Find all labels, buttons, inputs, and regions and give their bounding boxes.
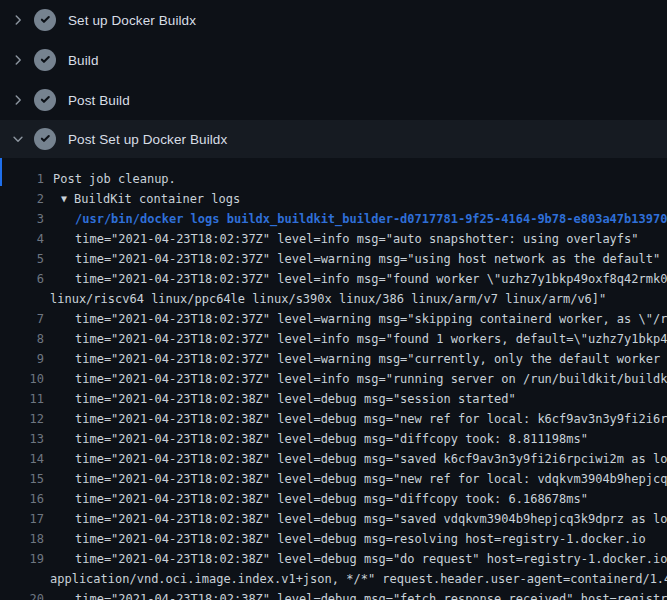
check-circle-icon [34,9,56,31]
log-line: 3 /usr/bin/docker logs buildx_buildkit_b… [0,209,667,229]
step-header-post-set-up-docker-buildx[interactable]: Post Set up Docker Buildx [0,120,667,158]
log-line: 7 time="2021-04-23T18:02:37Z" level=warn… [0,309,667,329]
log-line: 6 time="2021-04-23T18:02:37Z" level=info… [0,269,667,289]
log-line: 11 time="2021-04-23T18:02:38Z" level=deb… [0,389,667,409]
log-indent [44,329,75,330]
log-indent [44,409,75,410]
check-circle-icon [34,128,56,150]
log-line: 17 time="2021-04-23T18:02:38Z" level=deb… [0,509,667,529]
step-label: Build [68,53,99,68]
log-line: 15 time="2021-04-23T18:02:38Z" level=deb… [0,469,667,489]
log-line-text: time="2021-04-23T18:02:37Z" level=warnin… [75,249,667,269]
log-line: 13 time="2021-04-23T18:02:38Z" level=deb… [0,429,667,449]
log-line-number[interactable] [0,569,44,589]
log-line-number[interactable]: 11 [0,389,44,409]
step-list: Set up Docker Buildx Build Post Build [0,0,667,158]
log-indent [44,449,75,450]
log-indent [44,489,75,490]
log-line-number[interactable]: 5 [0,249,44,269]
log-line-text: application/vnd.oci.image.index.v1+json,… [50,569,667,589]
log-line-number[interactable]: 1 [0,169,44,189]
workflow-logs-panel: Set up Docker Buildx Build Post Build [0,0,667,600]
log-indent [44,349,75,350]
log-indent [44,309,75,310]
log-line: 10 time="2021-04-23T18:02:37Z" level=inf… [0,369,667,389]
log-line: application/vnd.oci.image.index.v1+json,… [0,569,667,589]
chevron-down-icon[interactable] [10,131,26,147]
step-label: Post Build [68,93,130,108]
log-line-text: /usr/bin/docker logs buildx_buildkit_bui… [75,209,667,229]
log-area: 1 Post job cleanup. 2 ▼ BuildKit contain… [0,158,667,600]
log-indent [44,209,75,210]
log-line: 14 time="2021-04-23T18:02:38Z" level=deb… [0,449,667,469]
log-line-text: Post job cleanup. [53,169,667,189]
group-toggle-icon[interactable]: ▼ [61,189,67,209]
log-line-text: time="2021-04-23T18:02:38Z" level=debug … [75,429,667,449]
log-line: 5 time="2021-04-23T18:02:37Z" level=warn… [0,249,667,269]
log-line-number[interactable]: 8 [0,329,44,349]
log-line: 2 ▼ BuildKit container logs [0,189,667,209]
log-line: 4 time="2021-04-23T18:02:37Z" level=info… [0,229,667,249]
log-indent [44,529,75,530]
log-line-number[interactable] [0,289,44,309]
log-line-number[interactable]: 15 [0,469,44,489]
log-line-text: time="2021-04-23T18:02:38Z" level=debug … [75,489,667,509]
log-line: 8 time="2021-04-23T18:02:37Z" level=info… [0,329,667,349]
log-line-text: time="2021-04-23T18:02:38Z" level=debug … [75,469,667,489]
log-line: 16 time="2021-04-23T18:02:38Z" level=deb… [0,489,667,509]
log-indent [44,469,75,470]
log-line-number[interactable]: 19 [0,549,44,569]
log-line-number[interactable]: 9 [0,349,44,369]
log-line-number[interactable]: 3 [0,209,44,229]
log-line-number[interactable]: 13 [0,429,44,449]
log-line-number[interactable]: 14 [0,449,44,469]
log-line-text: BuildKit container logs [74,189,667,209]
chevron-right-icon[interactable] [10,52,26,68]
log-line-text: time="2021-04-23T18:02:38Z" level=debug … [75,409,667,429]
step-header-build[interactable]: Build [0,40,667,80]
log-indent [44,389,75,390]
step-label: Set up Docker Buildx [68,13,196,28]
log-line-text: linux/riscv64 linux/ppc64le linux/s390x … [50,289,667,309]
log-line-text: time="2021-04-23T18:02:37Z" level=info m… [75,229,667,249]
log-line: 18 time="2021-04-23T18:02:38Z" level=deb… [0,529,667,549]
log-line-text: time="2021-04-23T18:02:37Z" level=info m… [75,369,667,389]
log-line-number[interactable]: 16 [0,489,44,509]
chevron-right-icon[interactable] [10,92,26,108]
log-line-number[interactable]: 18 [0,529,44,549]
log-line-number[interactable]: 6 [0,269,44,289]
step-header-set-up-docker-buildx[interactable]: Set up Docker Buildx [0,0,667,40]
log-line-number[interactable]: 12 [0,409,44,429]
log-indent [44,549,75,550]
log-line-number[interactable]: 7 [0,309,44,329]
log-line-text: time="2021-04-23T18:02:38Z" level=debug … [75,549,667,569]
log-line-number[interactable]: 10 [0,369,44,389]
check-circle-icon [34,49,56,71]
log-line: 12 time="2021-04-23T18:02:38Z" level=deb… [0,409,667,429]
log-line: 19 time="2021-04-23T18:02:38Z" level=deb… [0,549,667,569]
step-header-post-build[interactable]: Post Build [0,80,667,120]
log-line: linux/riscv64 linux/ppc64le linux/s390x … [0,289,667,309]
log-line-text: time="2021-04-23T18:02:37Z" level=warnin… [75,309,667,329]
log-indent [44,189,61,190]
log-line-text: time="2021-04-23T18:02:37Z" level=warnin… [75,349,667,369]
log-line: 1 Post job cleanup. [0,169,667,189]
log-line-number[interactable]: 4 [0,229,44,249]
log-line-text: time="2021-04-23T18:02:38Z" level=debug … [75,529,667,549]
log-line-text: time="2021-04-23T18:02:38Z" level=debug … [75,449,667,469]
log-line-text: time="2021-04-23T18:02:38Z" level=debug … [75,389,667,409]
log-line-number[interactable]: 17 [0,509,44,529]
chevron-right-icon[interactable] [10,12,26,28]
log-line-number[interactable]: 20 [0,589,44,600]
log-indent [44,369,75,370]
log-indent [44,229,75,230]
check-circle-icon [34,89,56,111]
log-line-text: time="2021-04-23T18:02:38Z" level=debug … [75,589,667,600]
log-line-text: time="2021-04-23T18:02:37Z" level=info m… [75,329,667,349]
log-line-text: time="2021-04-23T18:02:38Z" level=debug … [75,509,667,529]
log-line-number[interactable]: 2 [0,189,44,209]
log-indent [44,169,53,170]
log-indent [44,249,75,250]
step-label: Post Set up Docker Buildx [68,132,227,147]
log-indent [44,269,75,270]
